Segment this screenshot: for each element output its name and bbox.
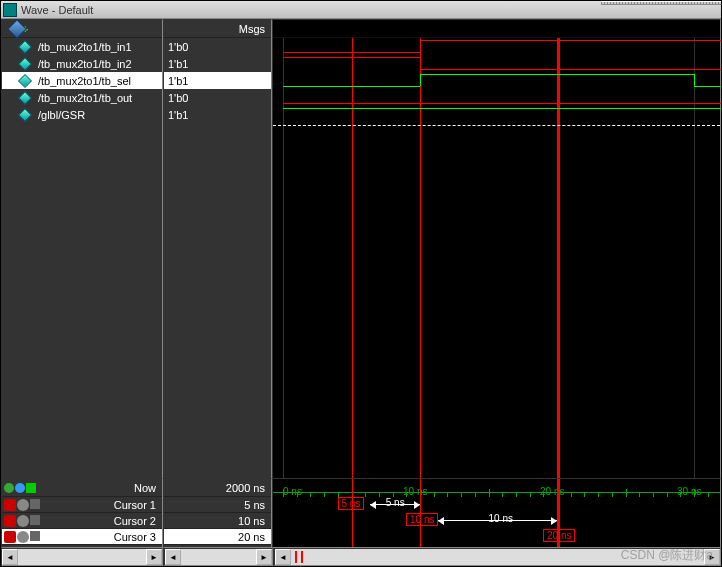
- signal-value: 1'b0: [164, 38, 271, 55]
- scroll-right-icon[interactable]: ►: [256, 549, 272, 565]
- msgs-header: Msgs: [164, 20, 271, 38]
- dash-icon: [30, 531, 40, 541]
- signal-value: 1'b1: [164, 72, 271, 89]
- cursor-label: Cursor 1: [114, 499, 162, 511]
- app-icon: [3, 3, 17, 17]
- cursor-row[interactable]: Cursor 1: [2, 497, 162, 513]
- now-row: Now: [2, 479, 162, 497]
- signal-value-list: 1'b01'b11'b11'b01'b1: [164, 38, 271, 542]
- signal-row[interactable]: /tb_mux2to1/tb_out: [2, 89, 162, 106]
- waveform-panel[interactable]: [272, 19, 721, 543]
- msgs-label: Msgs: [239, 23, 265, 35]
- signal-row[interactable]: /glbl/GSR: [2, 106, 162, 123]
- ruler-label: 0 ns: [283, 486, 302, 497]
- cursor-label: Cursor 2: [114, 515, 162, 527]
- span-label: 10 ns: [489, 513, 513, 524]
- signal-name: /tb_mux2to1/tb_sel: [38, 75, 131, 87]
- title-bar: Wave - Default: [1, 1, 721, 19]
- scrollbar-names[interactable]: ◄►: [1, 548, 163, 566]
- signal-value: 1'b1: [164, 55, 271, 72]
- signal-row[interactable]: /tb_mux2to1/tb_in2: [2, 55, 162, 72]
- signal-icon: [18, 73, 32, 87]
- main-area: + /tb_mux2to1/tb_in1/tb_mux2to1/tb_in2/t…: [1, 19, 721, 543]
- lock-icon[interactable]: [4, 531, 16, 543]
- cursor-handle[interactable]: [301, 551, 303, 563]
- footer-labels: Now Cursor 1Cursor 2Cursor 3: [1, 478, 163, 548]
- window-title: Wave - Default: [21, 4, 93, 16]
- wave-header: [273, 20, 720, 38]
- signal-value: 1'b1: [164, 106, 271, 123]
- cursor-line[interactable]: [557, 38, 560, 542]
- now-label: Now: [134, 482, 162, 494]
- dot-icon: [15, 483, 25, 493]
- cursor-row[interactable]: Cursor 2: [2, 513, 162, 529]
- gear-icon[interactable]: [17, 531, 29, 543]
- signal-value: 1'b0: [164, 89, 271, 106]
- watermark: CSDN @陈进财a: [621, 547, 713, 564]
- lock-icon[interactable]: [4, 499, 16, 511]
- signal-icon: [18, 107, 32, 121]
- footer-values: 2000 ns 5 ns10 ns20 ns: [163, 478, 272, 548]
- signal-icon: [18, 90, 32, 104]
- scrollbar-values[interactable]: ◄►: [164, 548, 273, 566]
- footer-ruler-area[interactable]: 0 ns10 ns20 ns30 ns 5 ns5 ns10 ns10 ns20…: [272, 478, 721, 548]
- signal-names-panel: + /tb_mux2to1/tb_in1/tb_mux2to1/tb_in2/t…: [1, 19, 163, 543]
- signal-name: /tb_mux2to1/tb_in1: [38, 41, 132, 53]
- plus-icon[interactable]: [26, 483, 36, 493]
- gear-icon[interactable]: [17, 515, 29, 527]
- names-header: +: [2, 20, 162, 38]
- cursor-value: 20 ns: [164, 529, 271, 545]
- span-label: 5 ns: [386, 497, 405, 508]
- signal-name: /tb_mux2to1/tb_out: [38, 92, 132, 104]
- scroll-left-icon[interactable]: ◄: [275, 549, 291, 565]
- dash-icon: [30, 499, 40, 509]
- footer: Now Cursor 1Cursor 2Cursor 3 2000 ns 5 n…: [1, 478, 721, 548]
- time-ruler[interactable]: 0 ns10 ns20 ns30 ns: [273, 479, 720, 497]
- signal-row[interactable]: /tb_mux2to1/tb_sel: [2, 72, 162, 89]
- waveform-area[interactable]: [273, 38, 720, 542]
- cursor-value: 10 ns: [164, 513, 271, 529]
- gear-icon[interactable]: [17, 499, 29, 511]
- dash-icon: [30, 515, 40, 525]
- signal-name: /glbl/GSR: [38, 109, 85, 121]
- now-value: 2000 ns: [226, 482, 271, 494]
- signal-row[interactable]: /tb_mux2to1/tb_in1: [2, 38, 162, 55]
- now-value-row: 2000 ns: [164, 479, 271, 497]
- lock-icon[interactable]: [4, 515, 16, 527]
- cursor-marker[interactable]: 10 ns: [406, 513, 438, 526]
- signal-name: /tb_mux2to1/tb_in2: [38, 58, 132, 70]
- signal-name-list: /tb_mux2to1/tb_in1/tb_mux2to1/tb_in2/tb_…: [2, 38, 162, 542]
- scroll-left-icon[interactable]: ◄: [165, 549, 181, 565]
- signal-icon: [18, 56, 32, 70]
- cursor-handle[interactable]: [295, 551, 297, 563]
- signal-values-panel: Msgs 1'b01'b11'b11'b01'b1: [163, 19, 272, 543]
- cursor-label: Cursor 3: [114, 531, 162, 543]
- scroll-right-icon[interactable]: ►: [146, 549, 162, 565]
- signal-icon: [18, 39, 32, 53]
- grip-icon: [601, 1, 721, 5]
- scroll-left-icon[interactable]: ◄: [2, 549, 18, 565]
- cursor-row[interactable]: Cursor 3: [2, 529, 162, 545]
- dot-icon: [4, 483, 14, 493]
- cursor-line[interactable]: [420, 38, 421, 542]
- cursor-line[interactable]: [352, 38, 353, 542]
- cursor-value: 5 ns: [164, 497, 271, 513]
